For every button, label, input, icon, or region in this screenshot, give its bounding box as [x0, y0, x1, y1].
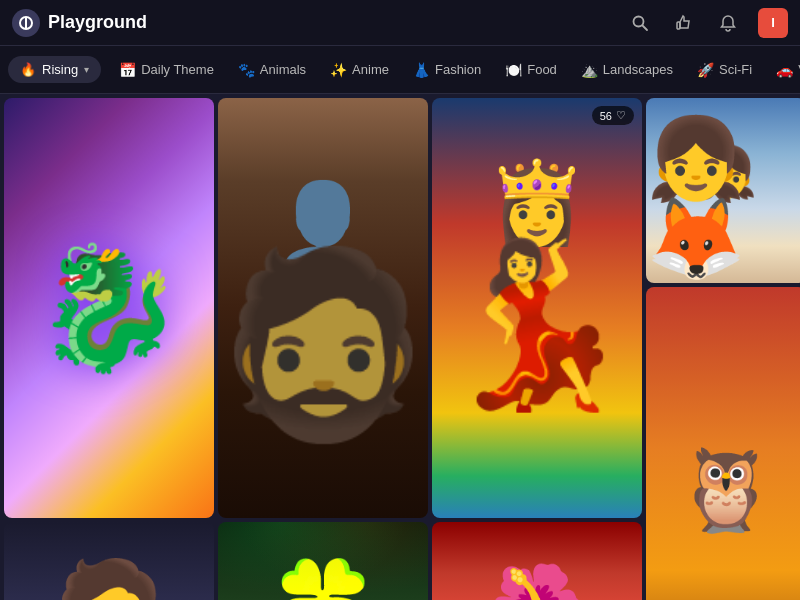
- grid-item-man[interactable]: 🧔: [218, 98, 428, 518]
- heart-icon-woman: ♡: [616, 109, 626, 122]
- app-title: Playground: [48, 12, 147, 33]
- mountain-icon: ⛰️: [581, 62, 598, 78]
- paw-icon: 🐾: [238, 62, 255, 78]
- sidebar-item-landscapes[interactable]: ⛰️ Landscapes: [571, 56, 683, 84]
- sidebar-item-sci-fi[interactable]: 🚀 Sci-Fi: [687, 56, 762, 84]
- sidebar-item-fashion[interactable]: 👗 Fashion: [403, 56, 491, 84]
- grid-item-owl[interactable]: 🦉: [646, 287, 800, 600]
- grid-item-clover[interactable]: 🍀 64 ♡: [218, 522, 428, 600]
- rising-filter[interactable]: 🔥 Rising ▾: [8, 56, 101, 83]
- nav-bar: 🔥 Rising ▾ 📅 Daily Theme 🐾 Animals ✨ Ani…: [0, 46, 800, 94]
- sidebar-item-anime[interactable]: ✨ Anime: [320, 56, 399, 84]
- nav-label-sci-fi: Sci-Fi: [719, 62, 752, 77]
- grid-item-dragon[interactable]: [4, 98, 214, 518]
- dress-icon: 👗: [413, 62, 430, 78]
- svg-line-3: [643, 25, 648, 30]
- logo: Playground: [12, 9, 626, 37]
- rocket-icon: 🚀: [697, 62, 714, 78]
- grid-item-girl[interactable]: 👧🦊: [646, 98, 800, 283]
- header: Playground I: [0, 0, 800, 46]
- sidebar-item-vehicles[interactable]: 🚗 Vehicles: [766, 56, 800, 84]
- calendar-icon: 📅: [119, 62, 136, 78]
- nav-label-fashion: Fashion: [435, 62, 481, 77]
- nav-label-food: Food: [527, 62, 557, 77]
- grid-item-face[interactable]: 🧑 44 ♡: [4, 522, 214, 600]
- image-grid: 🧔 💃 56 ♡ 👧🦊 🦉: [0, 94, 800, 600]
- bell-icon[interactable]: [714, 9, 742, 37]
- user-avatar[interactable]: I: [758, 8, 788, 38]
- rising-label: Rising: [42, 62, 78, 77]
- svg-rect-4: [677, 22, 680, 29]
- like-number-woman: 56: [600, 110, 612, 122]
- nav-label-daily-theme: Daily Theme: [141, 62, 214, 77]
- sidebar-item-animals[interactable]: 🐾 Animals: [228, 56, 316, 84]
- search-icon[interactable]: [626, 9, 654, 37]
- chevron-down-icon: ▾: [84, 64, 89, 75]
- header-icons: I: [626, 8, 788, 38]
- sidebar-item-daily-theme[interactable]: 📅 Daily Theme: [109, 56, 224, 84]
- sparkle-icon: ✨: [330, 62, 347, 78]
- nav-label-anime: Anime: [352, 62, 389, 77]
- sidebar-item-food[interactable]: 🍽️ Food: [495, 56, 567, 84]
- grid-item-flowers[interactable]: 🌺: [432, 522, 642, 600]
- thumbs-up-icon[interactable]: [670, 9, 698, 37]
- right-column: 👧🦊 🦉: [646, 98, 800, 600]
- nav-label-landscapes: Landscapes: [603, 62, 673, 77]
- car-icon: 🚗: [776, 62, 793, 78]
- food-icon: 🍽️: [505, 62, 522, 78]
- logo-icon: [12, 9, 40, 37]
- grid-item-woman[interactable]: 💃 56 ♡: [432, 98, 642, 518]
- nav-label-animals: Animals: [260, 62, 306, 77]
- like-count-woman: 56 ♡: [592, 106, 634, 125]
